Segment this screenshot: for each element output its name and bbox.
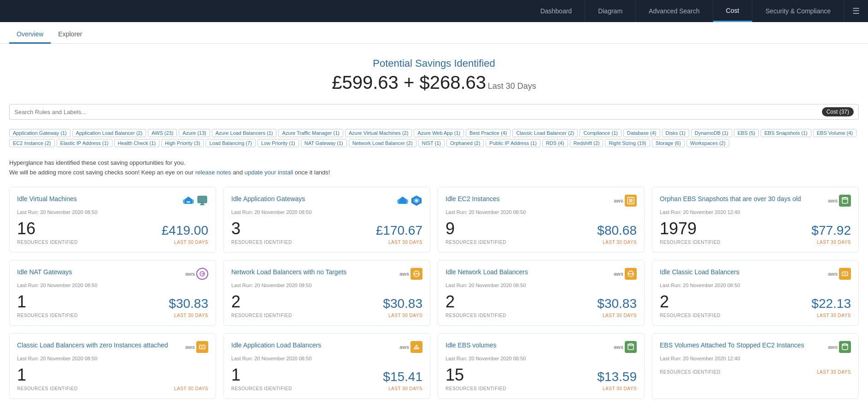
period-label: LAST 30 DAYS (388, 386, 422, 391)
aws-text-icon (182, 195, 208, 207)
tag-item[interactable]: Load Balancing (7) (205, 139, 255, 147)
card-count: 1 (17, 294, 26, 310)
cost-card[interactable]: Idle Application Gateways Last Run: 20 N… (223, 187, 430, 253)
tag-item[interactable]: Best Practice (4) (466, 129, 510, 137)
card-header: Idle Network Load Balancers aws (446, 268, 637, 280)
nlb-icon-box (625, 268, 637, 280)
cost-card[interactable]: Idle Application Load Balancers aws Last… (223, 333, 430, 399)
cost-card[interactable]: Classic Load Balancers with zero Instanc… (9, 333, 216, 399)
cost-badge[interactable]: Cost (37) (822, 107, 854, 116)
tag-item[interactable]: NAT Gateway (1) (301, 139, 347, 147)
svg-point-18 (632, 273, 633, 274)
card-body: 1 (17, 367, 208, 383)
card-title: Network Load Balancers with no Targets (231, 268, 396, 276)
nav-security[interactable]: Security & Compliance (752, 0, 844, 22)
card-last-run: Last Run: 20 November 2020 08:50 (660, 283, 851, 288)
tag-item[interactable]: EBS Volume (4) (813, 129, 856, 137)
main-content: Potential Savings Identified £599.63 + $… (0, 44, 868, 408)
hamburger-menu[interactable]: ☰ (844, 0, 868, 22)
card-title: Idle Application Load Balancers (231, 341, 396, 349)
card-amount: $30.83 (383, 297, 422, 310)
card-footer: RESOURCES IDENTIFIED LAST 30 DAYS (231, 386, 422, 391)
tab-overview[interactable]: Overview (9, 26, 51, 44)
cost-card[interactable]: Idle NAT Gateways aws Last Run: 20 Novem… (9, 260, 216, 326)
cost-card[interactable]: Idle Virtual Machines Last Run: 20 Novem… (9, 187, 216, 253)
cost-card[interactable]: Orphan EBS Snapshots that are over 30 da… (652, 187, 859, 253)
card-amount: $77.92 (811, 224, 851, 237)
nav-cost[interactable]: Cost (713, 0, 753, 22)
tag-item[interactable]: Low Priority (1) (258, 139, 299, 147)
tag-item[interactable]: EC2 Instance (2) (9, 139, 55, 147)
period-label: LAST 30 DAYS (388, 240, 422, 245)
tag-item[interactable]: Network Load Balancer (2) (349, 139, 416, 147)
tag-item[interactable]: Right Sizing (19) (605, 139, 650, 147)
tag-item[interactable]: Azure Web App (1) (414, 129, 464, 137)
card-title: Idle Application Gateways (231, 195, 393, 203)
nav-dashboard[interactable]: Dashboard (528, 0, 586, 22)
resources-label: RESOURCES IDENTIFIED (231, 313, 292, 318)
tag-item[interactable]: Storage (6) (652, 139, 685, 147)
tag-item[interactable]: Orphaned (2) (446, 139, 484, 147)
card-footer: RESOURCES IDENTIFIED LAST 30 DAYS (660, 240, 851, 245)
aws-nlb-icons: aws (614, 268, 637, 280)
period-label: LAST 30 DAYS (603, 240, 637, 245)
cost-card[interactable]: Idle EC2 Instances aws Last Run: 20 Nove… (438, 187, 645, 253)
card-amount: $13.59 (597, 370, 637, 383)
cost-card[interactable]: Idle EBS volumes aws Last Run: 20 Novemb… (438, 333, 645, 399)
card-footer: RESOURCES IDENTIFIED LAST 30 DAYS (446, 313, 637, 318)
tag-item[interactable]: EBS Snapshots (1) (761, 129, 811, 137)
aws-label6: aws (399, 344, 409, 350)
card-count: 2 (446, 294, 455, 310)
cost-card[interactable]: EBS Volumes Attached To Stopped EC2 Inst… (652, 333, 859, 399)
tag-item[interactable]: Elastic IP Address (1) (57, 139, 112, 147)
tag-item[interactable]: Application Gateway (1) (9, 129, 70, 137)
tag-item[interactable]: NIST (1) (418, 139, 445, 147)
cost-card[interactable]: Idle Network Load Balancers aws Last Run… (438, 260, 645, 326)
tag-item[interactable]: Database (4) (623, 129, 660, 137)
tag-item[interactable]: Disks (1) (662, 129, 689, 137)
tag-item[interactable]: Health Check (1) (114, 139, 160, 147)
resources-label: RESOURCES IDENTIFIED (17, 386, 78, 391)
card-body: 1 $15.41 (231, 367, 422, 383)
resources-label: RESOURCES IDENTIFIED (446, 386, 506, 391)
update-install-link[interactable]: update your install (245, 169, 293, 176)
card-icons: aws (614, 341, 637, 353)
tag-item[interactable]: Application Load Balancer (2) (72, 129, 146, 137)
tag-item[interactable]: DynamoDB (1) (691, 129, 732, 137)
tag-item[interactable]: Public IP Address (1) (486, 139, 540, 147)
tag-item[interactable]: Compliance (1) (580, 129, 622, 137)
tag-item[interactable]: EBS (5) (734, 129, 759, 137)
card-title: Idle EC2 Instances (446, 195, 610, 203)
card-amount: $22.13 (811, 297, 851, 310)
release-notes-link[interactable]: release notes (195, 169, 231, 176)
tag-item[interactable]: Classic Load Balancer (2) (512, 129, 578, 137)
nlb-svg (627, 270, 634, 277)
aws-clb-icons: aws (828, 268, 851, 280)
cost-card[interactable]: Network Load Balancers with no Targets a… (223, 260, 430, 326)
ec2-svg (627, 196, 635, 205)
card-count: 2 (231, 294, 240, 310)
resources-label: RESOURCES IDENTIFIED (660, 370, 721, 375)
tag-item[interactable]: Azure (13) (179, 129, 210, 137)
tag-item[interactable]: AWS (23) (148, 129, 177, 137)
card-count: 2 (660, 294, 669, 310)
tag-item[interactable]: Redshift (2) (570, 139, 604, 147)
tag-item[interactable]: Azure Virtual Machines (2) (345, 129, 412, 137)
aws-ebs-icons: aws (828, 341, 851, 353)
tag-item[interactable]: Workspaces (2) (686, 139, 729, 147)
nav-advanced-search[interactable]: Advanced Search (636, 0, 713, 22)
search-input[interactable] (14, 109, 822, 116)
card-amount: $15.41 (383, 370, 422, 383)
period-label: LAST 30 DAYS (603, 313, 637, 318)
card-title: Idle Classic Load Balancers (660, 268, 824, 276)
card-last-run: Last Run: 20 November 2020 12:40 (660, 356, 851, 361)
aws-label: aws (614, 198, 623, 203)
tag-item[interactable]: Azure Traffic Manager (1) (278, 129, 343, 137)
card-header: Idle NAT Gateways aws (17, 268, 208, 280)
nav-diagram[interactable]: Diagram (585, 0, 636, 22)
tag-item[interactable]: High Priority (3) (161, 139, 204, 147)
cost-card[interactable]: Idle Classic Load Balancers aws Last Run… (652, 260, 859, 326)
tag-item[interactable]: RDS (4) (542, 139, 568, 147)
tag-item[interactable]: Azure Load Balancers (1) (212, 129, 277, 137)
tab-explorer[interactable]: Explorer (51, 26, 89, 44)
